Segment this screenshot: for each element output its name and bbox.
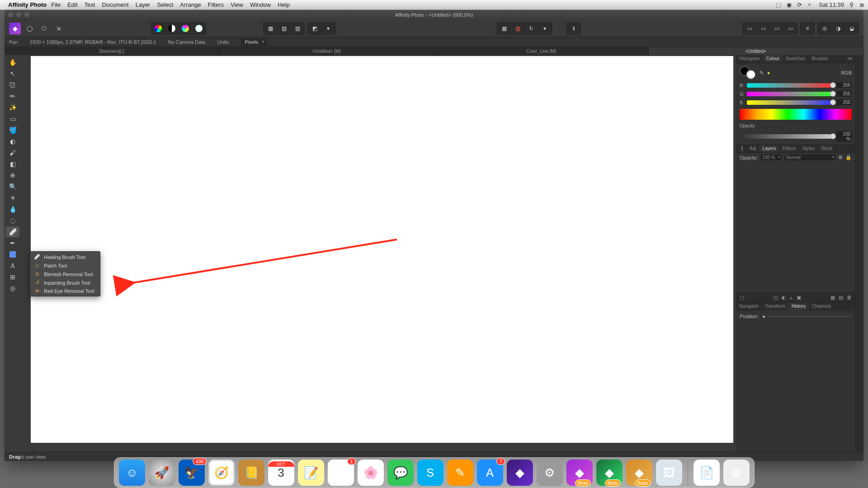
tab-navigator[interactable]: Navigator [736,303,762,311]
persona-photo-icon[interactable]: ◆ [9,23,21,34]
adjustment-icon[interactable]: ◐ [782,295,786,300]
menu-text[interactable]: Text [85,1,95,8]
dock-calendar-icon[interactable]: OCT3 [268,460,294,486]
tab-adj[interactable]: Adj [746,145,759,152]
snapping-grid-icon[interactable]: ▦ [498,23,510,33]
canvas[interactable] [31,56,733,443]
selection-new-icon[interactable]: ▦ [264,23,276,33]
cloud-icon[interactable]: ◉ [787,1,792,8]
auto-contrast-icon[interactable] [166,23,178,33]
auto-colours-icon[interactable] [179,23,191,33]
target-icon[interactable]: ◎ [819,23,830,33]
move-tool[interactable]: ↖ [6,68,19,79]
tab-styles[interactable]: Styles [799,145,818,152]
quick-mask-dropdown-icon[interactable]: ▾ [322,23,334,33]
history-slider[interactable] [769,316,852,317]
crop-tool[interactable]: ⿻ [6,80,19,90]
tab-stock[interactable]: Stock [818,145,835,152]
magic-wand-tool[interactable]: ✨ [6,102,19,113]
dock-messages-icon[interactable]: 💬 [387,460,414,486]
zoom-tool[interactable]: 🔍 [6,181,19,192]
menu-file[interactable]: File [51,1,61,8]
fx-icon[interactable]: ◫ [774,295,778,300]
dock-trash-icon[interactable]: 🗑 [723,460,750,486]
blend-mode-select[interactable]: Normal [784,155,835,160]
menu-edit[interactable]: Edit [67,1,77,8]
layer-opacity-field[interactable]: 100 % [760,155,781,160]
b-slider[interactable] [747,100,834,105]
dock-affinity-designer-beta-icon[interactable]: ◆Beta [596,460,623,486]
tab-transform[interactable]: Transform [762,303,788,311]
dock-system-preferences-icon[interactable]: ⚙ [537,460,563,486]
arrange-forward-icon[interactable]: ▭ [771,23,783,33]
quick-mask-icon[interactable]: ◩ [309,23,321,33]
document-tab[interactable]: <Untitled> [M] [219,47,434,55]
tab-brushes[interactable]: Brushes [808,55,831,63]
document-tab[interactable]: Dreamers[L] [5,47,219,55]
add-pixel-layer-icon[interactable]: ▦ [830,295,835,300]
shape-tool[interactable] [6,249,19,260]
history-list[interactable] [736,322,855,452]
menubar-clock[interactable]: Sat 11:39 [819,1,844,8]
dock-photos-icon[interactable]: 🌸 [358,460,384,486]
rotate-icon[interactable]: ↻ [525,23,537,33]
group-icon[interactable]: ▣ [797,295,801,300]
dock-pages-icon[interactable]: ✎ [447,460,473,486]
tab-colour[interactable]: Colour [763,55,783,63]
mask-icon[interactable]: ▢ [740,295,744,300]
menu-arrange[interactable]: Arrange [180,1,201,8]
flyout-item[interactable]: ⊘Blemish Removal Tool [30,270,100,278]
dock-finder-icon[interactable]: ☺ [119,460,145,486]
menu-help[interactable]: Help [278,1,290,8]
history-position-marker[interactable]: ● [762,314,765,319]
colour-mode-select[interactable]: RGB [841,70,852,75]
flood-fill-tool[interactable]: 🪣 [6,125,19,136]
smudge-tool[interactable]: 💧 [6,204,19,215]
tab-swatches[interactable]: Swatches [783,55,808,63]
dock-mail-icon[interactable]: 🦅430 [179,460,205,486]
layers-list[interactable] [736,162,855,292]
window-close-button[interactable] [8,12,13,17]
tab-histogram[interactable]: Histogram [736,55,763,63]
opacity-slider[interactable] [740,134,834,139]
dock-reminders-icon[interactable]: ☑1 [328,460,354,486]
dock-affinity-photo-icon[interactable]: ◆ [507,460,533,486]
eyedropper-sample-icon[interactable]: ● [767,70,770,75]
tab-layers[interactable]: Layers [759,145,779,152]
selection-brush-tool[interactable]: ✏ [6,91,19,102]
add-layer-icon[interactable]: ▤ [839,295,843,300]
r-slider[interactable] [747,83,834,88]
canvas-area[interactable]: 🩹Healing Brush Tool◇Patch Tool⊘Blemish R… [21,55,736,452]
flyout-item[interactable]: ↺Inpainting Brush Tool [30,278,100,287]
dock-document-icon[interactable]: 📄 [693,460,720,486]
arrange-backward-icon[interactable]: ▭ [757,23,769,33]
context-units-select[interactable]: Pixels [241,38,266,46]
arrange-back-icon[interactable]: ▭ [744,23,755,33]
rotate-dropdown-icon[interactable]: ▾ [539,23,551,33]
dock-affinity-photo-beta-icon[interactable]: ◆Beta [566,460,593,486]
document-tab[interactable]: <Untitled> [649,47,863,55]
hand-tool[interactable]: ✋ [6,57,19,68]
menu-view[interactable]: View [231,1,243,8]
dropbox-icon[interactable]: ⬚ [776,1,781,8]
collapsed-panel-strip[interactable] [855,55,863,452]
healing-tool[interactable]: 🩹 [6,226,19,237]
insert-inside-icon[interactable]: ◒ [846,23,858,33]
gradient-tool[interactable]: ◐ [6,136,19,147]
arrange-front-icon[interactable]: ▭ [784,23,796,33]
view-tool[interactable]: ◎ [6,283,19,294]
auto-levels-icon[interactable] [152,23,164,33]
g-slider[interactable] [747,92,834,96]
menu-select[interactable]: Select [157,1,173,8]
window-zoom-button[interactable] [24,12,29,17]
dock-affinity-publisher-beta-icon[interactable]: ◆Beta [626,460,652,486]
flyout-item[interactable]: 👁Red Eye Removal Tool [30,287,100,295]
delete-layer-icon[interactable]: 🗑 [847,295,852,300]
window-minimize-button[interactable] [16,12,21,17]
app-name[interactable]: Affinity Photo [8,1,47,8]
live-filter-icon[interactable]: ⟁ [790,295,793,300]
selection-add-icon[interactable]: ▨ [278,23,290,33]
tab-effects[interactable]: Effects [779,145,799,152]
panel-menu-icon[interactable]: ≡▾ [844,55,855,63]
wifi-icon[interactable]: ᯤ [807,1,813,8]
